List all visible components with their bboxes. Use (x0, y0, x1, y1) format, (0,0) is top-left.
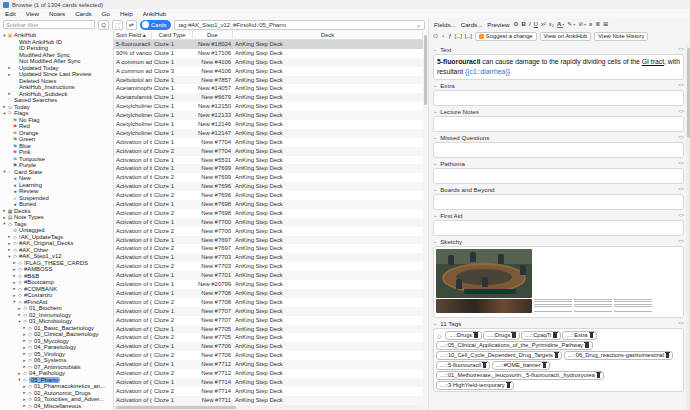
column-header-sort-field[interactable]: Sort Field ▴ (114, 31, 152, 40)
search-icon[interactable]: Q (98, 20, 109, 30)
menu-edit[interactable]: Edit (0, 9, 21, 18)
chevron-collapsed-icon[interactable]: ▸ (7, 72, 12, 77)
table-row[interactable]: 5-fluorouracil c...Cloze 1New #18024AnKi… (114, 40, 423, 49)
superscript-icon[interactable]: x² (541, 21, 546, 27)
tag-pill[interactable]: ...::05_Clinical_Applications_of_the_Pyr… (436, 341, 593, 350)
cloze-icon[interactable]: [‥] (455, 33, 462, 39)
table-row[interactable]: Activation of ([...Cloze 2New #7712AnKin… (114, 369, 423, 378)
collapse-chevron-icon[interactable]: ⌄ (433, 160, 437, 166)
table-row[interactable]: Activation of th...Cloze 2New #7703AnKin… (114, 262, 423, 271)
cloze-alt-icon[interactable]: [‥] (465, 33, 472, 39)
menu-go[interactable]: Go (97, 9, 115, 18)
html-editor-icon[interactable]: <> (678, 320, 684, 326)
field-header-sketchy[interactable]: ⌄Sketchy<> (433, 236, 684, 246)
search-input[interactable]: tag:#AK_Step1_v12::#FirstAid::05_Pharm ⌄ (174, 20, 425, 30)
field-header-extra[interactable]: ⌄Extra<> (433, 80, 684, 90)
table-row[interactable]: Acetaminophe...Cloze 1New #14057AnKing S… (114, 84, 423, 93)
menu-ankihub[interactable]: AnkiHub (138, 9, 171, 18)
delete-tag-icon[interactable] (555, 353, 559, 358)
table-row[interactable]: Activation of ([...Cloze 1New #7705AnKin… (114, 325, 423, 334)
suggest-a-change-button[interactable]: Suggest a change (475, 32, 537, 41)
table-row[interactable]: Acetylcholinest...Cloze 1New #12150AnKin… (114, 102, 423, 111)
table-row[interactable]: Activation of th...Cloze 1New #7699AnKin… (114, 164, 423, 173)
table-row[interactable]: Activation of ([...Cloze 2New #7714AnKin… (114, 387, 423, 396)
table-row[interactable]: Activation of ([...Cloze 1New #7711AnKin… (114, 396, 423, 405)
menu-cards[interactable]: Cards (70, 9, 97, 18)
table-row[interactable]: Activation of th...Cloze 1New #7696AnKin… (114, 182, 423, 191)
html-editor-icon[interactable]: <> (678, 82, 684, 88)
italic-icon[interactable]: I (529, 21, 531, 27)
collapse-chevron-icon[interactable]: ⌄ (433, 212, 437, 218)
preview-button[interactable]: Preview (486, 21, 510, 28)
field-input-text[interactable]: 5-fluorouracil can cause damage to the r… (433, 54, 684, 80)
table-row[interactable]: Acetylcholinest...Cloze 1New #12146AnKin… (114, 120, 423, 129)
editor-scroll-thumb[interactable] (687, 48, 690, 138)
collapse-chevron-icon[interactable]: ⌄ (433, 238, 437, 244)
select-mode-icon[interactable]: ⬚ (112, 20, 123, 30)
table-row[interactable]: Acetylcholinest...Cloze 1New #12147AnKin… (114, 129, 423, 138)
delete-tag-icon[interactable] (483, 363, 487, 368)
column-header-card-type[interactable]: Card Type (152, 31, 193, 40)
fields-button[interactable]: Fields... (433, 21, 457, 28)
delete-tag-icon[interactable] (597, 373, 601, 378)
delete-tag-icon[interactable] (543, 363, 547, 368)
delete-tag-icon[interactable] (507, 383, 511, 388)
table-row[interactable]: Acetazolamide...Cloze 1New #6679AnKing S… (114, 93, 423, 102)
table-row[interactable]: Activation of ([...Cloze 2New #7707AnKin… (114, 316, 423, 325)
sketchy-image[interactable] (436, 249, 532, 298)
table-row[interactable]: Activation of ([...Cloze 2New #7705AnKin… (114, 333, 423, 342)
table-row[interactable]: Activation of ([...Cloze 2New #7706AnKin… (114, 351, 423, 360)
chevron-collapsed-icon[interactable]: ▸ (7, 65, 12, 70)
horizontal-scrollbar[interactable] (114, 405, 423, 410)
table-row[interactable]: A common adv...Cloze 3New #4106AnKing St… (114, 67, 423, 76)
field-input-extra[interactable] (433, 90, 684, 106)
delete-tag-icon[interactable] (553, 333, 557, 338)
chevron-collapsed-icon[interactable]: ▸ (7, 91, 12, 96)
chevron-down-icon[interactable]: ⌄ (416, 21, 421, 28)
table-row[interactable]: Activation of ([...Cloze 1New #7712AnKin… (114, 360, 423, 369)
html-editor-icon[interactable]: <> (678, 108, 684, 114)
table-row[interactable]: Activation of th...Cloze 1New #5531AnKin… (114, 156, 423, 165)
delete-tag-icon[interactable] (590, 333, 594, 338)
tag-pill[interactable]: ...::Drugs (445, 331, 482, 340)
column-header-due[interactable]: Due (193, 31, 233, 40)
view-on-ankihub-button[interactable]: View on AnkiHub (540, 32, 592, 41)
field-input-lecture-notes[interactable] (433, 116, 684, 132)
collapse-chevron-icon[interactable]: ⌄ (433, 134, 437, 140)
sidebar-filter-input[interactable]: Sidebar filter (3, 20, 95, 29)
table-row[interactable]: A common adv...Cloze 1New #4106AnKing St… (114, 58, 423, 67)
menu-notes[interactable]: Notes (44, 9, 70, 18)
tags-area[interactable]: ◇...::Drugs...::Drugs...::CpaqTi...::Ext… (433, 328, 684, 392)
table-row[interactable]: Activation of th...Cloze 1New #7703AnKin… (114, 253, 423, 262)
table-row[interactable]: Activation of th...Cloze 1New #7701AnKin… (114, 271, 423, 280)
table-row[interactable]: Activation of ([...Cloze 1New #7708AnKin… (114, 289, 423, 298)
field-header-tags[interactable]: ⌄11 Tags<> (433, 318, 684, 328)
delete-tag-icon[interactable] (512, 333, 516, 338)
tag-pill[interactable]: ...::Drugs (483, 331, 520, 340)
ordered-list-icon[interactable]: ≣ (595, 21, 600, 27)
tag-pill[interactable]: ...::06_Drug_reactions-gastrointestinal (564, 351, 674, 360)
menu-view[interactable]: View (21, 9, 44, 18)
unordered-list-icon[interactable]: ≡ (589, 21, 592, 27)
tag-pill[interactable]: ...::5-fluorouracil (436, 361, 490, 370)
table-row[interactable]: Activation of ([...Cloze 1New #7714AnKin… (114, 378, 423, 387)
table-row[interactable]: Acebutolol and...Cloze 1New #7857AnKing … (114, 76, 423, 85)
field-input-first-aid[interactable] (433, 220, 684, 236)
subscript-icon[interactable]: x₂ (549, 21, 554, 27)
bold-icon[interactable]: B (522, 21, 526, 27)
delete-tag-icon[interactable] (666, 353, 670, 358)
collapse-chevron-icon[interactable]: ⌄ (433, 82, 437, 88)
field-header-lecture-notes[interactable]: ⌄Lecture Notes<> (433, 106, 684, 116)
menu-help[interactable]: Help (115, 9, 138, 18)
table-row[interactable]: Activation of ([...Cloze 1New #7706AnKin… (114, 342, 423, 351)
field-header-first-aid[interactable]: ⌄First Aid<> (433, 210, 684, 220)
table-row[interactable]: Activation of th...Cloze 1New #7697AnKin… (114, 236, 423, 245)
table-row[interactable]: Activation of th...Cloze 2New #7698AnKin… (114, 209, 423, 218)
equation-icon[interactable]: ƒ (448, 33, 451, 39)
table-row[interactable]: 90% of vanco...Cloze 1New #17106AnKing S… (114, 49, 423, 58)
tag-pill[interactable]: ...::#OME_banner (492, 361, 550, 370)
eraser-icon[interactable]: ⊘▾ (578, 21, 586, 27)
table-row[interactable]: Activation of th...Cloze 2New #7700AnKin… (114, 227, 423, 236)
cards-button[interactable]: Cards... (460, 21, 484, 28)
delete-tag-icon[interactable] (474, 333, 478, 338)
